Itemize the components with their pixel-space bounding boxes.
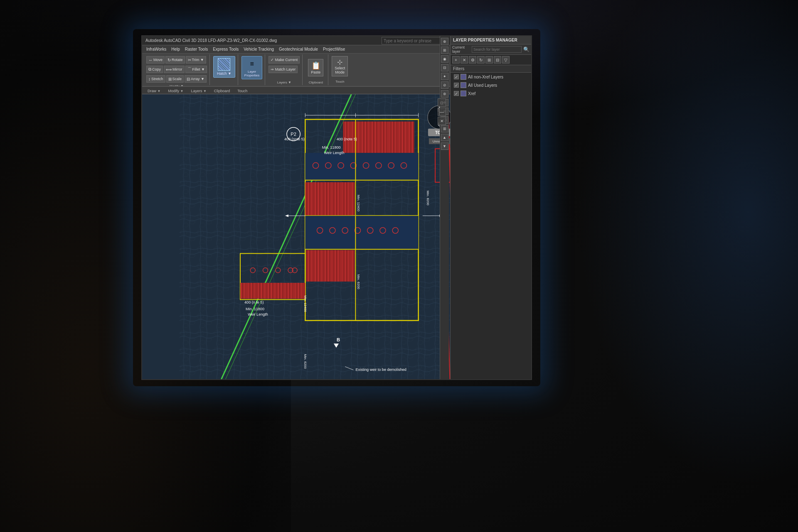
svg-text:400 (n te 5): 400 (n te 5) [244,300,264,304]
svg-text:Weir Length: Weir Length [324,151,345,155]
viewport-close-button[interactable]: ✕ [438,117,446,125]
menu-raster-tools[interactable]: Raster Tools [182,46,210,52]
tab-layers[interactable]: Layers ▼ [187,88,210,94]
layer-icon-xref [461,94,466,96]
rotate-button[interactable]: ↻ Rotate [165,56,185,64]
tab-draw[interactable]: Draw ▼ [144,88,164,94]
svg-rect-14 [305,153,418,180]
svg-text:Min. 12400: Min. 12400 [357,195,360,211]
tab-modify[interactable]: Modify ▼ [164,88,187,94]
rtb-btn-7[interactable]: ⊛ [441,94,448,98]
ribbon-group-clipboard: 📋 Paste Clipboard [303,54,328,85]
match-layer-button[interactable]: ⇒ Match Layer [268,66,298,73]
fillet-button[interactable]: ⌒ Fillet ▼ [185,66,207,73]
svg-text:Min. 6200: Min. 6200 [303,354,307,369]
layer-properties-group: ≡ LayerProperties [239,54,265,85]
draw-tools-row1: ↔ Move ↻ Rotate ✂ Trim ▼ [146,55,207,64]
menu-projectwise[interactable]: ProjectWise [320,46,347,52]
layer-label-xref: Xref [468,94,475,96]
viewport-minimize-button[interactable]: — [438,108,446,116]
autocad-window: Autodesk AutoCAD Civil 3D 2018 LFD-ARP-Z… [142,36,531,379]
search-input[interactable] [382,37,448,44]
paste-button[interactable]: 📋 Paste [308,59,323,76]
menu-vehicle-tracking[interactable]: Vehicle Tracking [241,46,276,52]
copy-button[interactable]: ⧉ Copy [146,66,163,73]
move-button[interactable]: ↔ Move [146,56,165,64]
main-area: P2 [142,94,531,379]
svg-text:Min. 12400: Min. 12400 [303,295,307,312]
viewport-maximize-button[interactable]: □ [438,98,446,107]
tab-touch[interactable]: Touch [234,88,251,94]
svg-text:Min. 11800: Min. 11800 [322,145,341,150]
checkbox-xref[interactable]: ✓ [454,94,459,96]
touch-group-label: Touch [335,79,344,83]
viewport-controls: □ — ✕ [438,98,446,125]
svg-text:Min. 11800: Min. 11800 [246,307,264,311]
draw-tools-row2: ⧉ Copy ⟺ Mirror ⌒ Fillet ▼ [146,65,207,74]
svg-text:B: B [337,337,340,342]
ribbon-group-layers: ✓ Make Current ⇒ Match Layer Layers ▼ [266,54,303,85]
layer-properties-button[interactable]: ≡ LayerProperties [241,56,262,79]
rtb-btn-11[interactable]: ⊞ [441,125,448,132]
svg-text:Weir Length: Weir Length [248,312,268,316]
select-mode-button[interactable]: ⊹ SelectMode [332,56,348,76]
layers-group-label: Layers ▼ [277,80,291,84]
menu-help[interactable]: Help [169,46,182,52]
rtb-btn-scroll-down[interactable]: ▼ [441,142,448,150]
clipboard-group-label: Clipboard [309,80,323,84]
select-mode-group: ⊹ SelectMode Touch [329,54,350,85]
make-current-button[interactable]: ✓ Make Current [268,56,300,64]
stretch-button[interactable]: ↕ Stretch [146,75,165,83]
mirror-button[interactable]: ⟺ Mirror [164,66,185,73]
svg-text:400 (note 5): 400 (note 5) [337,137,357,141]
monitor-screen: Autodesk AutoCAD Civil 3D 2018 LFD-ARP-Z… [141,35,532,380]
svg-text:P2: P2 [291,132,296,137]
rtb-btn-scroll-up[interactable]: ▲ [441,134,448,141]
scale-button[interactable]: ⊞ Scale [166,75,184,83]
menu-geotechnical[interactable]: Geotechnical Module [276,46,320,52]
right-toolbar: ⊕ ⊞ ◉ ⊟ ✦ ⊘ ⊛ ✚ ⊕ ⬡ ⊞ ▲ ▼ [440,94,449,379]
hatch-button[interactable]: Hatch ▼ [213,56,235,78]
menu-infraworks[interactable]: InfraWorks [144,46,169,52]
svg-rect-26 [307,182,355,214]
modify-group-label: Modify ▼ [170,83,184,87]
svg-text:Existing weir to be demolished: Existing weir to be demolished [355,368,406,372]
ribbon-group-draw: ↔ Move ↻ Rotate ✂ Trim ▼ ⧉ Copy [144,54,210,85]
array-button[interactable]: ⊟ Array ▼ [185,75,207,83]
svg-text:Min. 6200: Min. 6200 [357,275,360,289]
hatch-group: Hatch ▼ [211,54,238,85]
tab-clipboard[interactable]: Clipboard [210,88,234,94]
layer-properties-panel: LAYER PROPERTIES MANAGER Current layer 🔍… [450,94,531,379]
draw-tools-row3: ↕ Stretch ⊞ Scale ⊟ Array ▼ [146,74,207,83]
trim-button[interactable]: ✂ Trim ▼ [186,56,206,64]
svg-rect-40 [240,283,305,299]
svg-text:400 (note 5): 400 (note 5) [284,137,305,141]
svg-rect-38 [306,250,355,282]
svg-text:Min. 8200: Min. 8200 [426,191,430,206]
layer-item-xref[interactable]: ✓ Xref [451,94,531,98]
menu-express-tools[interactable]: Express Tools [210,46,241,52]
